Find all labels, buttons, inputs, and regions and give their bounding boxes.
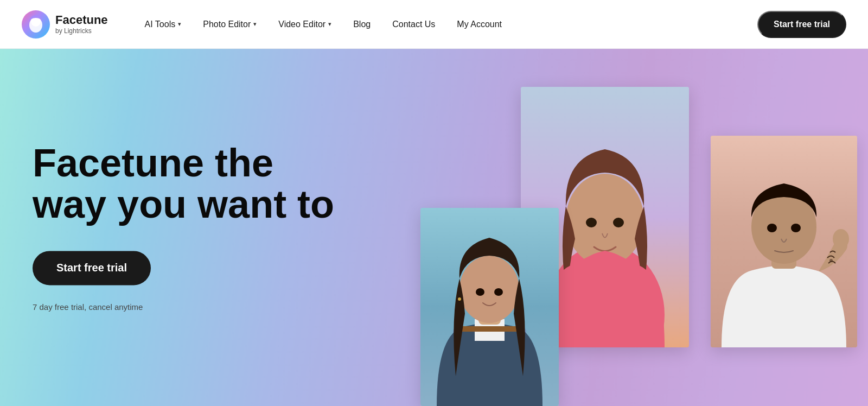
logo-link[interactable]: Facetune by Lightricks [22,10,108,39]
hero-section: Facetune the way you want to Start free … [0,49,868,406]
nav-start-trial-button[interactable]: Start free trial [757,11,846,38]
hero-content: Facetune the way you want to Start free … [33,143,347,312]
hero-photos [401,49,868,406]
svg-point-8 [613,218,624,227]
svg-point-14 [459,256,519,323]
svg-rect-12 [456,326,524,332]
nav-item-blog[interactable]: Blog [343,15,380,34]
svg-point-24 [833,229,849,249]
svg-point-16 [494,288,503,296]
nav-item-contact[interactable]: Contact Us [382,15,445,34]
nav-item-account[interactable]: My Account [447,15,512,34]
nav-item-ai-tools[interactable]: AI Tools ▾ [135,15,192,34]
hero-photo-left [420,208,559,406]
logo-icon [22,10,50,39]
hero-start-trial-button[interactable]: Start free trial [33,251,151,286]
svg-point-22 [791,224,801,232]
navbar: Facetune by Lightricks AI Tools ▾ Photo … [0,0,868,49]
svg-point-17 [458,297,461,301]
logo-sub: by Lightricks [55,27,108,35]
chevron-down-icon: ▾ [178,21,181,28]
nav-item-photo-editor[interactable]: Photo Editor ▾ [193,15,266,34]
svg-point-21 [767,224,777,232]
nav-item-video-editor[interactable]: Video Editor ▾ [269,15,341,34]
chevron-down-icon: ▾ [253,21,257,28]
nav-links: AI Tools ▾ Photo Editor ▾ Video Editor ▾… [135,15,757,34]
hero-photo-right [711,136,857,347]
svg-point-15 [476,288,484,296]
logo-name: Facetune [55,14,108,27]
svg-point-7 [586,218,597,227]
chevron-down-icon: ▾ [328,21,331,28]
hero-headline: Facetune the way you want to [33,143,347,225]
hero-subtext: 7 day free trial, cancel anytime [33,303,347,312]
